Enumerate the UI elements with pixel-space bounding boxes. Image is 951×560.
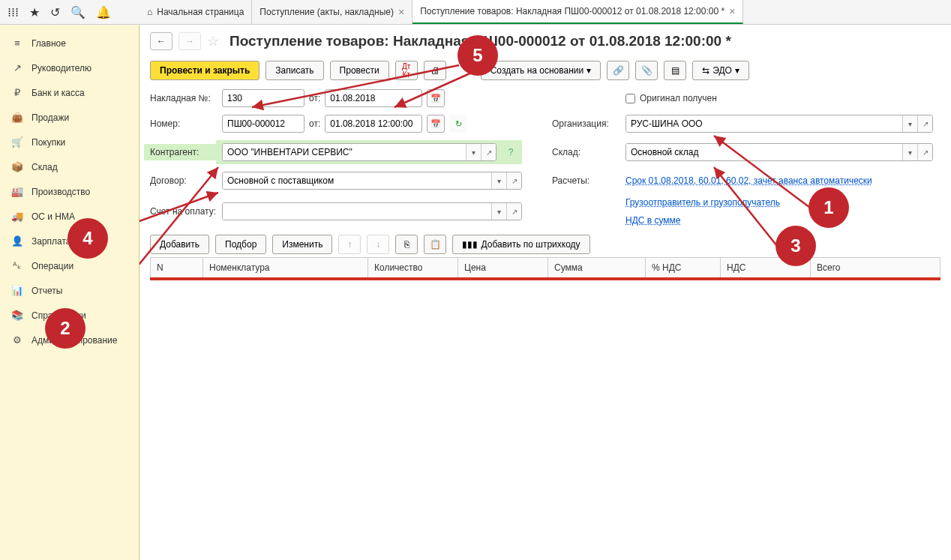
chevron-down-icon[interactable]: ▾	[491, 203, 506, 220]
box-icon: 📦	[10, 161, 24, 172]
org-input[interactable]	[626, 115, 902, 132]
chevron-down-icon: ▾	[586, 65, 591, 76]
sidebar-item-warehouse[interactable]: 📦Склад	[0, 154, 139, 179]
checkbox-label: Оригинал получен	[640, 93, 717, 103]
sidebar-item-main[interactable]: ≡Главное	[0, 31, 139, 55]
sidebar-label: Главное	[32, 38, 66, 49]
chevron-down-icon[interactable]: ▾	[902, 144, 917, 160]
add-by-barcode-button[interactable]: ▮▮▮Добавить по штрихкоду	[452, 235, 590, 254]
notifications-icon[interactable]: 🔔	[96, 5, 111, 19]
col-sum[interactable]: Сумма	[548, 258, 646, 279]
col-price[interactable]: Цена	[458, 258, 548, 279]
counterparty-label: Контрагент:	[144, 144, 222, 160]
home-icon: ⌂	[147, 7, 152, 17]
print-button[interactable]: 🖨	[424, 61, 446, 80]
col-total[interactable]: Всего	[811, 258, 940, 279]
favorite-toggle-icon[interactable]: ☆	[207, 33, 219, 49]
counterparty-input[interactable]	[223, 144, 466, 160]
open-icon[interactable]: ↗	[506, 172, 521, 189]
create-based-on-button[interactable]: Создать на основании▾	[481, 61, 602, 80]
contract-input[interactable]	[223, 172, 491, 189]
col-n[interactable]: N	[151, 258, 203, 279]
move-up-button[interactable]: ↑	[338, 235, 361, 254]
invoice-no-label: Накладная №:	[150, 93, 222, 103]
content-area: ← → ☆ Поступление товаров: Накладная ПШ0…	[140, 25, 951, 560]
books-icon: 📚	[10, 310, 24, 321]
items-table: N Номенклатура Количество Цена Сумма % Н…	[150, 257, 940, 279]
invoice-date-input[interactable]	[325, 89, 422, 107]
org-combo[interactable]: ▾↗	[626, 115, 933, 133]
tab-home[interactable]: ⌂ Начальная страница	[140, 0, 252, 24]
open-icon[interactable]: ↗	[917, 144, 932, 160]
calendar-icon[interactable]: 📅	[427, 115, 445, 133]
tab-current-doc[interactable]: Поступление товаров: Накладная ПШ00-0000…	[412, 0, 743, 24]
calendar-icon[interactable]: 📅	[427, 89, 445, 107]
warehouse-combo[interactable]: ▾↗	[626, 143, 933, 161]
invoice-pay-input[interactable]	[223, 203, 491, 220]
search-icon[interactable]: 🔍	[70, 5, 86, 19]
dt-kt-button[interactable]: ДтКт	[395, 61, 418, 80]
post-button[interactable]: Провести	[330, 61, 389, 80]
edo-button[interactable]: ⇆ЭДО▾	[692, 61, 749, 80]
contract-label: Договор:	[150, 175, 222, 186]
post-and-close-button[interactable]: Провести и закрыть	[150, 61, 260, 80]
btn-label: Создать на основании	[490, 65, 584, 76]
col-vat-pct[interactable]: % НДС	[646, 258, 721, 279]
tab-receipts[interactable]: Поступление (акты, накладные) ×	[252, 0, 412, 24]
settlements-label: Расчеты:	[552, 175, 626, 186]
apps-icon[interactable]: ⁞⁞⁞	[8, 5, 19, 19]
sidebar-item-operations[interactable]: ᴬₖОперации	[0, 253, 139, 278]
copy-button[interactable]: ⎘	[395, 235, 418, 254]
attach-button[interactable]: 📎	[635, 61, 658, 80]
refresh-icon[interactable]: ↻	[449, 115, 467, 133]
favorite-icon[interactable]: ★	[29, 5, 40, 19]
open-icon[interactable]: ↗	[917, 115, 932, 132]
pick-button[interactable]: Подбор	[215, 235, 266, 254]
tab-bar: ⌂ Начальная страница Поступление (акты, …	[140, 0, 743, 24]
contract-combo[interactable]: ▾↗	[222, 172, 522, 190]
settlements-link[interactable]: Срок 01.08.2018, 60.01, 60.02, зачет ава…	[626, 175, 933, 186]
add-row-button[interactable]: Добавить	[150, 235, 209, 254]
original-received-checkbox[interactable]: Оригинал получен	[626, 93, 933, 103]
chevron-down-icon[interactable]: ▾	[491, 172, 506, 189]
col-qty[interactable]: Количество	[368, 258, 458, 279]
number-label: Номер:	[150, 118, 222, 129]
sidebar-item-sales[interactable]: 👜Продажи	[0, 105, 139, 130]
nav-back-button[interactable]: ←	[150, 32, 172, 50]
history-icon[interactable]: ↺	[50, 5, 60, 19]
vat-link[interactable]: НДС в сумме	[626, 215, 933, 226]
help-icon[interactable]: ?	[504, 144, 518, 160]
col-nomenclature[interactable]: Номенклатура	[203, 258, 368, 279]
nav-forward-button[interactable]: →	[178, 32, 201, 50]
close-icon[interactable]: ×	[729, 5, 735, 17]
related-button[interactable]: 🔗	[607, 61, 629, 80]
cart-icon: 🛒	[10, 136, 24, 148]
list-button[interactable]: ▤	[664, 61, 686, 80]
chevron-down-icon[interactable]: ▾	[902, 115, 917, 132]
sidebar-label: Банк и касса	[32, 88, 85, 98]
chevron-down-icon[interactable]: ▾	[466, 144, 481, 160]
open-icon[interactable]: ↗	[481, 144, 496, 160]
sidebar-item-purchases[interactable]: 🛒Покупки	[0, 130, 139, 154]
top-toolbar: ⁞⁞⁞ ★ ↺ 🔍 🔔 ⌂ Начальная страница Поступл…	[0, 0, 951, 25]
sidebar-item-bank[interactable]: ₽Банк и касса	[0, 80, 139, 105]
checkbox[interactable]	[626, 94, 635, 103]
invoice-pay-combo[interactable]: ▾↗	[222, 202, 522, 220]
invoice-no-input[interactable]	[222, 89, 304, 107]
move-down-button[interactable]: ↓	[367, 235, 389, 254]
sidebar-item-production[interactable]: 🏭Производство	[0, 179, 139, 204]
sidebar-item-assets[interactable]: 🚚ОС и НМА	[0, 204, 139, 229]
counterparty-combo[interactable]: ▾↗	[222, 143, 496, 161]
number-input[interactable]	[222, 115, 304, 133]
close-icon[interactable]: ×	[398, 6, 404, 18]
gear-icon: ⚙	[10, 334, 24, 346]
paste-button[interactable]: 📋	[424, 235, 446, 254]
sidebar-item-manager[interactable]: ↗Руководителю	[0, 55, 139, 80]
warehouse-input[interactable]	[626, 144, 902, 160]
save-button[interactable]: Записать	[266, 61, 323, 80]
edit-row-button[interactable]: Изменить	[272, 235, 332, 254]
number-date-input[interactable]	[325, 115, 422, 133]
open-icon[interactable]: ↗	[506, 203, 521, 220]
consignor-link[interactable]: Грузоотправитель и грузополучатель	[626, 197, 933, 208]
sidebar-item-reports[interactable]: 📊Отчеты	[0, 278, 139, 303]
